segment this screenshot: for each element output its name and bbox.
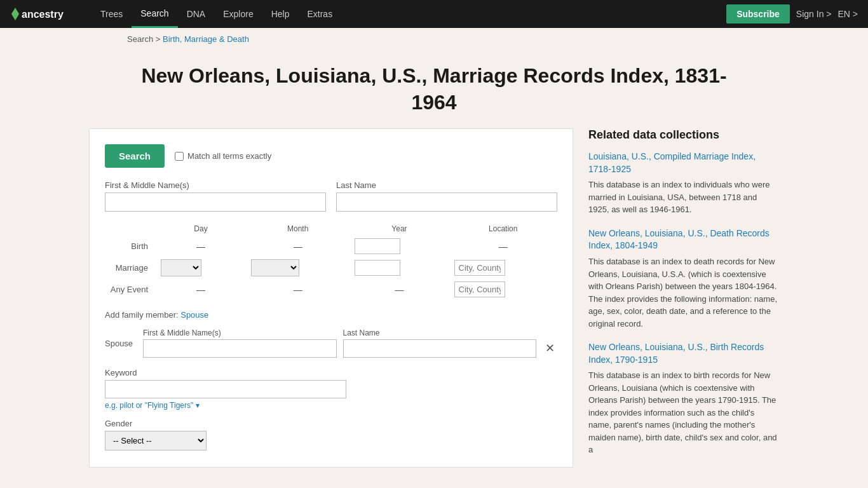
main-content: Search Match all terms exactly First & M…: [0, 122, 868, 474]
search-header: Search Match all terms exactly: [105, 144, 557, 168]
spouse-first-middle-field: First & Middle Name(s): [143, 329, 337, 358]
svg-marker-0: [11, 8, 19, 20]
marriage-row: Marriage: [105, 257, 557, 279]
first-middle-label: First & Middle Name(s): [105, 180, 326, 190]
nav-right: Subscribe Sign In > EN >: [726, 4, 858, 24]
breadcrumb-link[interactable]: Birth, Marriage & Death: [163, 34, 249, 44]
keyword-section: Keyword e.g. pilot or "Flying Tigers" ▾: [105, 368, 557, 410]
any-event-day: —: [156, 279, 246, 300]
col-day: Day: [156, 222, 246, 236]
birth-month: —: [246, 236, 349, 257]
related-desc-0: This database is an index to individuals…: [588, 179, 779, 216]
last-name-label: Last Name: [336, 180, 557, 190]
search-panel: Search Match all terms exactly First & M…: [89, 128, 573, 468]
birth-day: —: [156, 236, 246, 257]
gender-select[interactable]: -- Select --: [105, 431, 207, 451]
col-month: Month: [246, 222, 349, 236]
keyword-hint[interactable]: e.g. pilot or "Flying Tigers" ▾: [105, 401, 557, 410]
related-link-2[interactable]: New Orleans, Louisiana, U.S., Birth Reco…: [588, 341, 779, 366]
marriage-day-cell: [156, 257, 246, 279]
nav-links: Trees Search DNA Explore Help Extras: [92, 0, 726, 28]
related-item-1: New Orleans, Louisiana, U.S., Death Reco…: [588, 227, 779, 330]
breadcrumb-search: Search: [127, 34, 153, 44]
add-family-section: Add family member: Spouse: [105, 310, 557, 320]
related-link-0[interactable]: Louisiana, U.S., Compiled Marriage Index…: [588, 151, 779, 175]
marriage-location-input[interactable]: [454, 260, 505, 276]
keyword-label: Keyword: [105, 368, 557, 377]
spouse-first-middle-label: First & Middle Name(s): [143, 329, 337, 337]
gender-label: Gender: [105, 419, 557, 428]
search-button[interactable]: Search: [105, 144, 165, 168]
logo[interactable]: ancestry: [10, 5, 80, 23]
lang-selector[interactable]: EN >: [837, 9, 858, 19]
match-exactly-checkbox[interactable]: [175, 152, 184, 161]
spouse-fields: First & Middle Name(s) Last Name ✕: [143, 329, 557, 358]
spouse-first-middle-input[interactable]: [143, 339, 337, 358]
event-table: Day Month Year Location Birth — — —: [105, 222, 557, 300]
nav-explore[interactable]: Explore: [214, 0, 262, 28]
nav-extras[interactable]: Extras: [298, 0, 341, 28]
related-link-1[interactable]: New Orleans, Louisiana, U.S., Death Reco…: [588, 227, 779, 252]
any-event-row: Any Event — — —: [105, 279, 557, 300]
add-family-prefix: Add family member:: [105, 310, 179, 320]
any-event-location-cell: [449, 279, 557, 300]
col-year: Year: [349, 222, 449, 236]
page-title-section: New Orleans, Louisiana, U.S., Marriage R…: [0, 50, 868, 122]
name-row: First & Middle Name(s) Last Name: [105, 180, 557, 212]
any-event-month: —: [246, 279, 349, 300]
match-exactly-text: Match all terms exactly: [187, 151, 271, 161]
marriage-label: Marriage: [105, 257, 156, 279]
spouse-last-name-input[interactable]: [343, 339, 537, 358]
signin-link[interactable]: Sign In >: [796, 9, 832, 19]
birth-label: Birth: [105, 236, 156, 257]
remove-spouse-button[interactable]: ✕: [543, 339, 557, 358]
first-middle-field: First & Middle Name(s): [105, 180, 326, 212]
marriage-month-cell: [246, 257, 349, 279]
spouse-last-name-label: Last Name: [343, 329, 537, 337]
birth-year-cell: [349, 236, 449, 257]
nav-search[interactable]: Search: [132, 0, 177, 28]
spouse-last-name-field: Last Name: [343, 329, 537, 358]
svg-text:ancestry: ancestry: [22, 9, 64, 20]
marriage-year-input[interactable]: [355, 260, 400, 276]
spouse-row: Spouse First & Middle Name(s) Last Name …: [105, 329, 557, 358]
nav-trees[interactable]: Trees: [92, 0, 132, 28]
subscribe-button[interactable]: Subscribe: [726, 4, 790, 24]
gender-section: Gender -- Select --: [105, 419, 557, 451]
marriage-month-select[interactable]: [251, 259, 299, 276]
sidebar: Related data collections Louisiana, U.S.…: [588, 128, 779, 468]
marriage-day-select[interactable]: [161, 259, 201, 276]
related-item-0: Louisiana, U.S., Compiled Marriage Index…: [588, 151, 779, 216]
page-title: New Orleans, Louisiana, U.S., Marriage R…: [127, 63, 741, 116]
match-exactly-label[interactable]: Match all terms exactly: [175, 151, 271, 161]
keyword-input[interactable]: [105, 380, 346, 398]
related-desc-2: This database is an index to birth recor…: [588, 369, 779, 456]
nav-help[interactable]: Help: [262, 0, 299, 28]
breadcrumb: Search > Birth, Marriage & Death: [0, 28, 868, 50]
navigation: ancestry Trees Search DNA Explore Help E…: [0, 0, 868, 28]
col-location: Location: [449, 222, 557, 236]
nav-dna[interactable]: DNA: [178, 0, 215, 28]
any-event-year: —: [349, 279, 449, 300]
related-item-2: New Orleans, Louisiana, U.S., Birth Reco…: [588, 341, 779, 456]
last-name-input[interactable]: [336, 193, 557, 212]
first-middle-input[interactable]: [105, 193, 326, 212]
sidebar-title: Related data collections: [588, 128, 779, 142]
any-event-location-input[interactable]: [454, 281, 505, 297]
birth-row: Birth — — —: [105, 236, 557, 257]
birth-location: —: [449, 236, 557, 257]
spouse-link[interactable]: Spouse: [180, 310, 208, 320]
breadcrumb-separator: >: [156, 34, 163, 44]
spouse-label: Spouse: [105, 339, 137, 348]
marriage-location-cell: [449, 257, 557, 279]
marriage-year-cell: [349, 257, 449, 279]
birth-year-input[interactable]: [355, 238, 400, 254]
any-event-label: Any Event: [105, 279, 156, 300]
last-name-field: Last Name: [336, 180, 557, 212]
related-desc-1: This database is an index to death recor…: [588, 255, 779, 330]
